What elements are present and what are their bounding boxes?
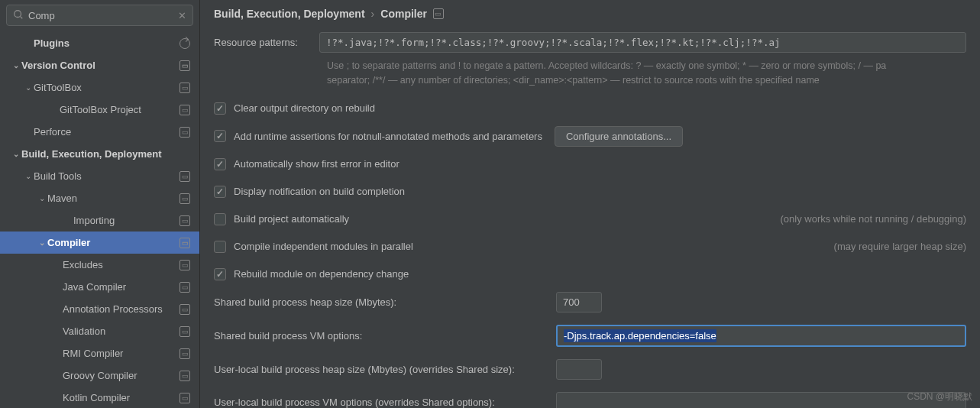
tree-item-plugins[interactable]: Plugins xyxy=(0,32,199,54)
tree-item-label: Perforce xyxy=(34,126,175,138)
shared-vm-label: Shared build process VM options: xyxy=(214,330,556,342)
chevron-icon: ⌄ xyxy=(11,61,21,70)
checkbox-label[interactable]: Compile independent modules in parallel xyxy=(234,241,413,252)
checkbox[interactable] xyxy=(214,186,226,198)
tree-item-kotlin-compiler[interactable]: Kotlin Compiler▭ xyxy=(0,387,199,408)
search-input[interactable] xyxy=(28,10,178,21)
tree-item-label: Build Tools xyxy=(34,170,175,182)
tree-item-validation[interactable]: Validation▭ xyxy=(0,320,199,342)
user-heap-row: User-local build process heap size (Mbyt… xyxy=(214,359,966,380)
checkbox[interactable] xyxy=(214,241,226,253)
checkbox[interactable] xyxy=(214,158,226,170)
tree-item-label: Annotation Processors xyxy=(63,303,175,315)
check-row-1: Add runtime assertions for notnull-annot… xyxy=(214,126,966,147)
breadcrumb-current: Compiler xyxy=(380,8,427,20)
check-row-2: Automatically show first error in editor xyxy=(214,154,966,174)
breadcrumb-parent[interactable]: Build, Execution, Deployment xyxy=(214,8,365,20)
checkbox-label[interactable]: Add runtime assertions for notnull-annot… xyxy=(234,131,542,142)
project-scope-icon: ▭ xyxy=(180,260,190,270)
watermark: CSDN @明晓默 xyxy=(907,390,972,403)
user-heap-label: User-local build process heap size (Mbyt… xyxy=(214,364,556,375)
checkbox-label[interactable]: Build project automatically xyxy=(234,213,349,225)
user-vm-label: User-local build process VM options (ove… xyxy=(214,397,556,408)
tree-item-label: Excludes xyxy=(63,259,175,270)
project-scope-icon: ▭ xyxy=(180,127,190,138)
project-scope-icon: ▭ xyxy=(180,238,190,248)
checkbox-hint: (may require larger heap size) xyxy=(811,241,966,252)
project-scope-icon: ▭ xyxy=(180,83,190,93)
chevron-icon: ⌄ xyxy=(23,172,34,180)
tree-item-label: Kotlin Compiler xyxy=(63,392,175,403)
check-row-0: Clear output directory on rebuild xyxy=(214,99,966,118)
shared-vm-input[interactable]: -Djps.track.ap.dependencies=false xyxy=(556,325,966,347)
project-scope-icon: ▭ xyxy=(180,60,190,71)
tree-item-label: Importing xyxy=(73,215,175,226)
svg-line-1 xyxy=(21,16,23,18)
project-scope-icon: ▭ xyxy=(180,193,190,204)
settings-tree: Plugins⌄Version Control▭⌄GitToolBox▭GitT… xyxy=(0,32,199,408)
tree-item-groovy-compiler[interactable]: Groovy Compiler▭ xyxy=(0,364,199,387)
reset-icon[interactable] xyxy=(180,38,190,49)
resource-pattern-input[interactable] xyxy=(319,32,966,53)
project-scope-icon: ▭ xyxy=(180,393,190,403)
project-scope-icon: ▭ xyxy=(433,8,444,19)
checkbox[interactable] xyxy=(214,130,226,142)
resource-pattern-label: Resource patterns: xyxy=(214,32,319,48)
tree-item-build-tools[interactable]: ⌄Build Tools▭ xyxy=(0,165,199,187)
checkbox-label[interactable]: Display notification on build completion xyxy=(234,186,405,197)
shared-vm-row: Shared build process VM options: -Djps.t… xyxy=(214,325,966,347)
shared-heap-label: Shared build process heap size (Mbytes): xyxy=(214,296,556,308)
check-row-6: Rebuild module on dependency change xyxy=(214,264,966,284)
chevron-icon: ⌄ xyxy=(37,238,47,247)
project-scope-icon: ▭ xyxy=(180,105,190,115)
chevron-icon: ⌄ xyxy=(37,194,47,202)
checkbox-label[interactable]: Automatically show first error in editor xyxy=(234,158,399,170)
tree-item-java-compiler[interactable]: Java Compiler▭ xyxy=(0,276,199,298)
tree-item-label: Maven xyxy=(47,193,175,204)
user-vm-input[interactable] xyxy=(556,392,966,409)
checkbox[interactable] xyxy=(214,102,226,115)
project-scope-icon: ▭ xyxy=(180,371,190,381)
checkbox[interactable] xyxy=(214,213,226,225)
checkbox-hint: (only works while not running / debuggin… xyxy=(757,213,966,225)
checkbox[interactable] xyxy=(214,268,226,280)
clear-search-icon[interactable]: ✕ xyxy=(178,10,186,21)
tree-item-gittoolbox-project[interactable]: GitToolBox Project▭ xyxy=(0,99,199,121)
breadcrumb-separator: › xyxy=(371,8,375,20)
checkbox-label[interactable]: Clear output directory on rebuild xyxy=(234,102,375,114)
svg-point-0 xyxy=(15,10,21,17)
tree-item-build-execution-deployment[interactable]: ⌄Build, Execution, Deployment xyxy=(0,143,199,165)
check-row-3: Display notification on build completion xyxy=(214,182,966,202)
resource-pattern-row: Resource patterns: xyxy=(214,32,966,53)
project-scope-icon: ▭ xyxy=(180,215,190,226)
resource-help-text: Use ; to separate patterns and ! to nega… xyxy=(327,59,966,88)
tree-item-label: Plugins xyxy=(34,37,176,49)
tree-item-label: GitToolBox Project xyxy=(60,104,175,115)
project-scope-icon: ▭ xyxy=(180,326,190,337)
search-icon xyxy=(13,9,24,22)
user-heap-input[interactable] xyxy=(556,359,602,380)
tree-item-excludes[interactable]: Excludes▭ xyxy=(0,254,199,276)
check-row-5: Compile independent modules in parallel(… xyxy=(214,237,966,257)
tree-item-perforce[interactable]: Perforce▭ xyxy=(0,121,199,143)
project-scope-icon: ▭ xyxy=(180,304,190,315)
breadcrumb: Build, Execution, Deployment › Compiler … xyxy=(200,0,980,23)
tree-item-compiler[interactable]: ⌄Compiler▭ xyxy=(0,232,199,254)
tree-item-label: GitToolBox xyxy=(34,82,175,93)
tree-item-label: RMI Compiler xyxy=(63,348,175,359)
tree-item-maven[interactable]: ⌄Maven▭ xyxy=(0,187,199,209)
search-box[interactable]: ✕ xyxy=(6,5,193,26)
tree-item-rmi-compiler[interactable]: RMI Compiler▭ xyxy=(0,342,199,364)
project-scope-icon: ▭ xyxy=(180,282,190,293)
chevron-icon: ⌄ xyxy=(23,83,34,92)
checkbox-label[interactable]: Rebuild module on dependency change xyxy=(234,268,409,280)
configure-annotations-button[interactable]: Configure annotations... xyxy=(555,126,683,147)
chevron-icon: ⌄ xyxy=(11,150,21,158)
tree-item-gittoolbox[interactable]: ⌄GitToolBox▭ xyxy=(0,76,199,99)
user-vm-row: User-local build process VM options (ove… xyxy=(214,392,966,409)
tree-item-annotation-processors[interactable]: Annotation Processors▭ xyxy=(0,298,199,320)
shared-heap-input[interactable] xyxy=(556,292,602,312)
project-scope-icon: ▭ xyxy=(180,171,190,182)
tree-item-version-control[interactable]: ⌄Version Control▭ xyxy=(0,54,199,76)
tree-item-importing[interactable]: Importing▭ xyxy=(0,209,199,232)
